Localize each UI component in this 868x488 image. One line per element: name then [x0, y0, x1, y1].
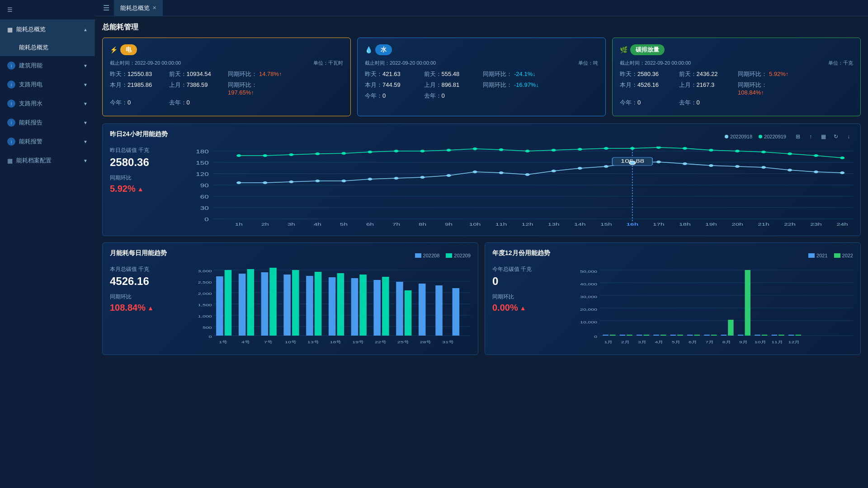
chart-24h-legend: 20220918 20220919: [725, 134, 786, 139]
chevron-down-icon-report: ▼: [83, 120, 88, 125]
svg-point-58: [683, 147, 687, 150]
svg-text:40,000: 40,000: [580, 282, 597, 286]
svg-point-39: [814, 171, 818, 173]
tool-bar-icon[interactable]: ▦: [819, 132, 828, 141]
monthly-legend-2: 202209: [446, 253, 471, 258]
sidebar-item-label-report: 能耗报告: [19, 118, 42, 127]
svg-point-22: [368, 178, 372, 180]
svg-rect-152: [644, 335, 649, 336]
tab-bar-menu-icon[interactable]: ☰: [99, 4, 114, 12]
svg-text:180: 180: [196, 149, 209, 154]
svg-rect-154: [660, 335, 666, 336]
tool-refresh-icon[interactable]: ↻: [831, 132, 840, 141]
svg-text:6h: 6h: [366, 222, 374, 227]
monthly-compare-arrow-icon: ▲: [147, 304, 154, 312]
yearly-stat-value: 0: [492, 275, 565, 288]
svg-point-45: [341, 152, 346, 155]
sidebar-subitem-energy-overview[interactable]: 能耗总概览: [0, 39, 95, 56]
svg-rect-160: [711, 335, 717, 336]
svg-text:4月: 4月: [655, 340, 663, 344]
chart-24h-layout: 昨日总碳值 千克 2580.36 同期环比 5.92% ▲: [110, 147, 853, 229]
svg-text:8月: 8月: [722, 340, 731, 344]
electric-card: ⚡ 电 截止时间：2022-09-20 00:00:00 单位：千瓦时 昨天：1…: [102, 38, 351, 116]
svg-rect-147: [603, 335, 608, 336]
svg-rect-117: [373, 280, 381, 336]
svg-point-60: [735, 150, 740, 152]
svg-point-24: [420, 176, 425, 179]
monthly-compare-value: 108.84% ▲: [110, 303, 182, 313]
monthly-stat-label: 本月总碳值 千克: [110, 265, 182, 273]
svg-point-30: [578, 167, 582, 170]
tool-table-icon[interactable]: ⊞: [793, 132, 802, 141]
svg-point-34: [683, 162, 687, 165]
svg-text:150: 150: [196, 161, 209, 166]
svg-text:2月: 2月: [621, 340, 630, 344]
monthly-chart-left: 本月总碳值 千克 4526.16 同期环比 108.84% ▲: [110, 265, 182, 348]
svg-point-50: [472, 147, 477, 150]
svg-point-23: [394, 177, 398, 180]
svg-text:13h: 13h: [548, 222, 560, 227]
carbon-badge: 碳排放量: [630, 44, 665, 55]
carbon-icon: 🌿: [620, 46, 627, 53]
svg-rect-149: [620, 335, 625, 336]
sidebar-item-branch-water[interactable]: i 支路用水 ▼: [0, 94, 95, 113]
sidebar-item-energy-alarm[interactable]: i 能耗报警 ▼: [0, 132, 95, 151]
svg-text:10号: 10号: [285, 340, 297, 344]
svg-rect-120: [405, 290, 412, 336]
sidebar-item-building-energy[interactable]: i 建筑用能 ▼: [0, 56, 95, 75]
sidebar-item-branch-electric[interactable]: i 支路用电 ▼: [0, 75, 95, 94]
svg-text:28号: 28号: [420, 340, 432, 344]
svg-text:30: 30: [200, 206, 209, 211]
svg-rect-148: [610, 335, 615, 336]
sidebar-item-energy-overview[interactable]: ▦ 能耗总概览 ▲: [0, 20, 95, 39]
legend-dot-2: [759, 135, 762, 138]
svg-text:1号: 1号: [219, 340, 227, 344]
svg-text:0: 0: [209, 335, 212, 338]
svg-text:90: 90: [200, 183, 209, 188]
svg-text:18h: 18h: [679, 222, 691, 227]
svg-text:16号: 16号: [330, 340, 342, 344]
yearly-compare-arrow-icon: ▲: [520, 304, 526, 312]
svg-rect-118: [382, 277, 389, 336]
svg-point-33: [656, 161, 661, 163]
svg-text:25号: 25号: [397, 340, 409, 344]
svg-text:19h: 19h: [705, 222, 717, 227]
svg-text:3,000: 3,000: [198, 269, 212, 273]
water-badge: 水: [375, 44, 392, 55]
svg-text:13号: 13号: [307, 340, 319, 344]
yearly-legend-2: 2022: [834, 253, 853, 258]
monthly-legend-dot-2: [446, 253, 452, 258]
svg-rect-167: [772, 335, 777, 336]
carbon-row1: 昨天：2580.36 前天：2436.22 同期环比：5.92%↑: [620, 70, 853, 78]
electric-row1: 昨天：12550.83 前天：10934.54 同期环比：14.78%↑: [110, 70, 343, 78]
chevron-down-icon-branch-elec: ▼: [83, 82, 88, 87]
tool-download-icon[interactable]: ↓: [844, 132, 853, 141]
svg-text:7号: 7号: [264, 340, 273, 344]
svg-rect-116: [359, 275, 367, 336]
stat-label-24h: 昨日总碳值 千克: [110, 147, 182, 154]
svg-rect-153: [653, 335, 659, 336]
tab-energy-overview[interactable]: 能耗总概览 ✕: [114, 0, 163, 16]
sidebar-item-energy-report[interactable]: i 能耗报告 ▼: [0, 113, 95, 132]
chart-24h-header: 昨日24小时用能趋势 20220918 20220919 ⊞: [110, 130, 853, 143]
water-card: 💧 水 截止时间：2022-09-20 00:00:00 单位：吨 昨天：421…: [357, 38, 606, 116]
chart-24h-tools: ⊞ ↑ ▦ ↻ ↓: [793, 132, 853, 141]
svg-rect-115: [351, 278, 359, 336]
chart-24h-left: 昨日总碳值 千克 2580.36 同期环比 5.92% ▲: [110, 147, 182, 229]
sidebar-item-energy-config[interactable]: ▦ 能耗档案配置 ▼: [0, 151, 95, 170]
carbon-row3: 今年：0 去年：0: [620, 99, 853, 107]
svg-text:23h: 23h: [810, 222, 822, 227]
svg-rect-166: [762, 335, 767, 336]
svg-text:15h: 15h: [600, 222, 612, 227]
svg-point-28: [525, 173, 530, 176]
tool-upload-icon[interactable]: ↑: [806, 132, 815, 141]
svg-point-21: [341, 180, 346, 182]
svg-text:1,500: 1,500: [198, 303, 212, 307]
info-icon-building: i: [7, 62, 15, 70]
tab-close-icon[interactable]: ✕: [152, 5, 156, 11]
svg-point-32: [629, 161, 636, 165]
svg-rect-157: [687, 335, 693, 336]
electric-meta: 截止时间：2022-09-20 00:00:00 单位：千瓦时: [110, 60, 343, 66]
svg-rect-161: [721, 335, 726, 336]
svg-point-27: [499, 171, 503, 174]
